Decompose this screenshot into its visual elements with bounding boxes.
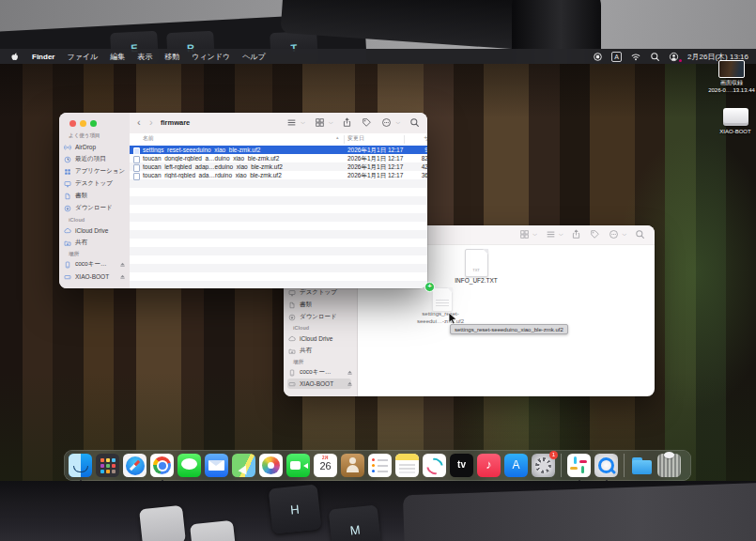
sidebar-item-airdrop[interactable]: AirDrop: [64, 142, 96, 152]
keycap-light: [190, 520, 237, 541]
forward-button[interactable]: ›: [149, 116, 153, 129]
eject-icon[interactable]: [119, 261, 126, 268]
dock-slack-icon[interactable]: [567, 454, 591, 477]
sidebar-item-coco-keyboard[interactable]: cocoキー…: [64, 259, 126, 270]
file-icon: [133, 173, 140, 181]
menu-finder[interactable]: Finder: [32, 53, 54, 61]
notification-dot: [679, 59, 682, 62]
column-name[interactable]: 名前: [143, 134, 342, 143]
dock-system-settings-icon[interactable]: 1: [532, 454, 555, 477]
wifi-icon[interactable]: [630, 52, 641, 62]
column-date[interactable]: 変更日: [347, 134, 408, 143]
dock-launchpad-icon[interactable]: [96, 454, 119, 477]
sidebar-item-desktop[interactable]: デスクトップ: [288, 287, 337, 298]
dock-freeform-icon[interactable]: [423, 454, 446, 477]
dock-downloads-folder-icon[interactable]: [630, 454, 654, 477]
menu-bar: Finder ファイル 編集 表示 移動 ウィンドウ ヘルプ A 2月26日(木…: [0, 49, 756, 64]
share-icon[interactable]: [342, 117, 352, 128]
dock-quicktime-icon[interactable]: [594, 454, 618, 477]
file-row-toucan-left[interactable]: toucan_left-rgbled_adap…eduino_xiao_ble-…: [130, 162, 427, 171]
menu-file[interactable]: ファイル: [67, 52, 98, 62]
dock-contacts-icon[interactable]: [341, 454, 364, 477]
dock-safari-icon[interactable]: [123, 454, 147, 477]
dock-reminders-icon[interactable]: [368, 454, 392, 477]
eject-icon[interactable]: [119, 273, 126, 280]
dock-calendar-icon[interactable]: 2月26: [314, 454, 337, 477]
sidebar-item-xiao-boot[interactable]: XIAO-BOOT: [288, 379, 353, 389]
share-icon[interactable]: [571, 229, 581, 240]
file-info-uf2-txt[interactable]: TXT INFO_UF2.TXT: [453, 249, 500, 284]
eject-icon[interactable]: [347, 380, 353, 387]
menu-window[interactable]: ウィンドウ: [192, 52, 230, 62]
dock-maps-icon[interactable]: [232, 454, 255, 477]
desktop-icon-xiao-boot-drive[interactable]: XIAO-BOOT: [709, 108, 756, 136]
sidebar-item-downloads[interactable]: ダウンロード: [64, 203, 113, 213]
close-button[interactable]: [69, 120, 76, 127]
sidebar-item-documents[interactable]: 書類: [288, 300, 312, 310]
sidebar-item-shared[interactable]: 共有: [288, 346, 312, 356]
record-stop-icon[interactable]: [593, 52, 603, 62]
sidebar-item-icloud-drive[interactable]: iCloud Drive: [288, 333, 332, 344]
tag-icon[interactable]: [362, 117, 372, 128]
keycap-light: [139, 505, 186, 541]
sidebar: よく使う項目 AirDrop 最近の項目 アプリケーション デスクトップ 書類 …: [59, 113, 131, 288]
sidebar-item-xiao-boot[interactable]: XIAO-BOOT: [64, 271, 126, 282]
file-row-toucan-right[interactable]: toucan_right-rgbled_ada…rduino_xiao_ble-…: [130, 171, 427, 179]
eject-icon[interactable]: [347, 369, 353, 376]
dock-tv-icon[interactable]: tv: [450, 454, 473, 477]
sidebar-item-coco-keyboard[interactable]: cocoキー…: [288, 367, 353, 378]
input-source-icon[interactable]: A: [611, 52, 622, 62]
chevron-updown-icon: ⌵: [301, 119, 305, 126]
menu-edit[interactable]: 編集: [110, 52, 125, 62]
user-menu-icon[interactable]: [669, 52, 679, 62]
dock-music-icon[interactable]: ♪: [477, 454, 501, 477]
zoom-button[interactable]: [90, 120, 97, 127]
tag-icon[interactable]: [590, 229, 600, 240]
dock-notes-icon[interactable]: [395, 454, 419, 477]
view-options-icon[interactable]: [286, 117, 297, 128]
dock-photos-icon[interactable]: [259, 454, 283, 477]
view-options-icon[interactable]: [519, 229, 530, 240]
file-list: 名前 ▴ 変更日 サイズ 種類 settings_reset-seeeduino…: [130, 133, 427, 288]
apple-menu-icon[interactable]: [9, 52, 20, 62]
back-button[interactable]: ‹: [137, 116, 141, 129]
sidebar-item-documents[interactable]: 書類: [64, 191, 87, 201]
minimize-button[interactable]: [80, 120, 86, 127]
dock-trash-icon[interactable]: [657, 454, 681, 477]
sidebar-item-desktop[interactable]: デスクトップ: [64, 178, 113, 189]
window-title: firmware: [161, 118, 190, 127]
external-drive-icon: [723, 108, 748, 126]
sidebar-item-icloud-drive[interactable]: iCloud Drive: [64, 225, 108, 236]
sidebar-item-applications[interactable]: アプリケーション: [64, 166, 125, 177]
menu-go[interactable]: 移動: [164, 52, 179, 62]
menu-list: Finder ファイル 編集 表示 移動 ウィンドウ ヘルプ: [9, 52, 266, 62]
dock-chrome-icon[interactable]: [150, 454, 174, 477]
sidebar-item-downloads[interactable]: ダウンロード: [288, 312, 337, 322]
column-header-row: 名前 ▴ 変更日 サイズ 種類: [130, 133, 427, 147]
sidebar-item-shared[interactable]: 共有: [64, 238, 87, 248]
dock-facetime-icon[interactable]: [286, 454, 310, 477]
chevron-down-icon: ⌵: [559, 231, 563, 238]
search-icon[interactable]: [409, 117, 420, 128]
spotlight-search-icon[interactable]: [650, 52, 660, 62]
file-row-toucan-dongle[interactable]: toucan_dongle-rgbled_a…duino_xiao_ble-zm…: [130, 154, 427, 162]
dock-mail-icon[interactable]: [205, 454, 228, 477]
dock-messages-icon[interactable]: [177, 454, 201, 477]
more-actions-icon[interactable]: [609, 229, 619, 240]
notification-badge: 1: [549, 451, 558, 459]
dock-app-store-icon[interactable]: A: [504, 454, 528, 477]
title-bar: ‹ › firmware ⌵ ⌵ ⌵: [130, 113, 427, 134]
menu-view[interactable]: 表示: [137, 52, 152, 62]
group-by-icon[interactable]: [546, 229, 556, 240]
dock-finder-icon[interactable]: [69, 454, 92, 477]
finder-window-firmware[interactable]: よく使う項目 AirDrop 最近の項目 アプリケーション デスクトップ 書類 …: [59, 113, 427, 288]
search-icon[interactable]: [635, 229, 645, 240]
column-size[interactable]: サイズ: [408, 134, 427, 143]
sidebar-item-recents[interactable]: 最近の項目: [64, 154, 106, 164]
more-actions-icon[interactable]: [381, 117, 392, 128]
group-by-icon[interactable]: [315, 117, 325, 128]
menu-help[interactable]: ヘルプ: [242, 52, 266, 62]
drag-ghost-file: [432, 287, 453, 312]
file-row-settings-reset[interactable]: settings_reset-seeeduino_xiao_ble-zmk.uf…: [130, 146, 427, 154]
desktop-icon-screen-recording[interactable]: 画面収録 2026-0….13.13.44: [705, 60, 756, 94]
